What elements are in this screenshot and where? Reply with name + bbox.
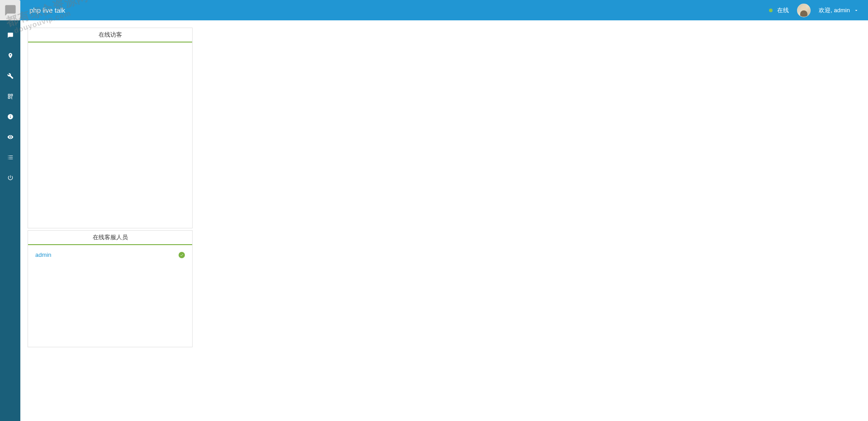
list-icon	[7, 154, 14, 161]
sidebar-nav	[0, 20, 20, 421]
sidebar-item-logout[interactable]	[0, 167, 20, 188]
sidebar-item-view[interactable]	[0, 127, 20, 147]
online-check-icon	[179, 252, 185, 258]
user-menu-toggle[interactable]: 欢迎, admin	[819, 6, 859, 14]
online-staff-panel: 在线客服人员 admin	[28, 230, 193, 347]
header-right-section: 在线 欢迎, admin	[769, 4, 859, 17]
staff-name-link[interactable]: admin	[35, 251, 51, 258]
eye-icon	[7, 134, 14, 140]
online-visitors-panel: 在线访客	[28, 28, 193, 228]
chat-icon	[7, 32, 14, 38]
online-visitors-header: 在线访客	[28, 28, 192, 43]
online-staff-body: admin	[28, 245, 192, 347]
online-staff-header: 在线客服人员	[28, 231, 192, 245]
sidebar-item-settings[interactable]	[0, 66, 20, 86]
user-avatar[interactable]	[797, 4, 811, 17]
status-dot-icon	[769, 9, 773, 12]
app-header: php live talk 在线 欢迎, admin	[0, 0, 868, 20]
online-visitors-body[interactable]	[28, 43, 192, 228]
staff-list-item: admin	[35, 250, 185, 260]
pin-icon	[7, 52, 14, 59]
chevron-down-icon	[854, 8, 859, 13]
qrcode-icon	[7, 93, 14, 99]
info-icon	[7, 114, 14, 120]
power-icon	[7, 175, 14, 181]
sidebar-item-chat[interactable]	[0, 25, 20, 45]
app-title: php live talk	[29, 6, 65, 14]
logo-icon	[4, 4, 17, 17]
sidebar-item-qrcode[interactable]	[0, 86, 20, 106]
wrench-icon	[7, 73, 14, 79]
sidebar-item-location[interactable]	[0, 45, 20, 66]
sidebar-item-list[interactable]	[0, 147, 20, 167]
sidebar-item-info[interactable]	[0, 106, 20, 127]
main-content: 在线访客 在线客服人员 admin	[20, 20, 868, 421]
app-logo[interactable]	[0, 0, 20, 20]
status-text: 在线	[777, 6, 789, 14]
welcome-text: 欢迎, admin	[819, 6, 850, 14]
online-status[interactable]: 在线	[769, 6, 789, 14]
